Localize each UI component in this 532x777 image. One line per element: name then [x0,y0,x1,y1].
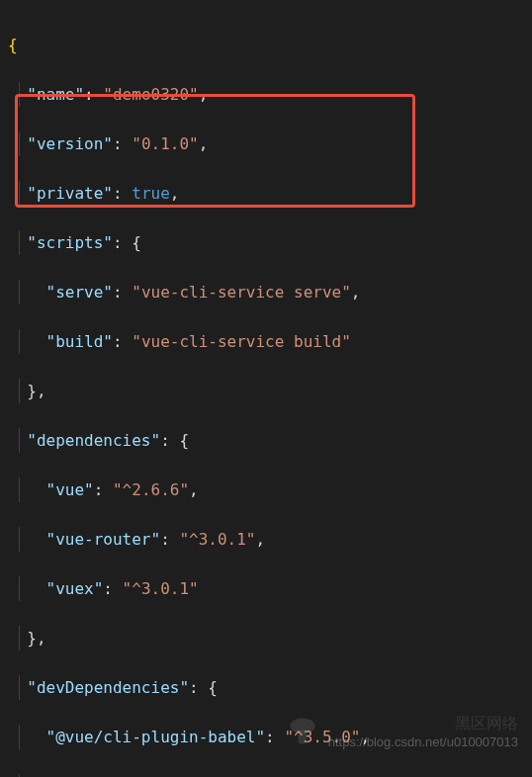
json-value: "vue-cli-service serve" [132,283,351,302]
code-line: "vue": "^2.6.6", [0,477,532,502]
code-line: "vuex": "^3.0.1" [0,576,532,601]
code-line: "version": "0.1.0", [0,131,532,156]
json-value: "vue-cli-service build" [132,332,351,351]
json-value: true [132,184,170,203]
json-value: "^3.0.1" [179,530,255,549]
json-key: "vue" [46,480,94,499]
code-line: "devDependencies": { [0,675,532,700]
json-key: "@vue/cli-plugin-babel" [46,728,266,746]
svg-rect-1 [298,730,307,743]
code-line: "private": true, [0,181,532,206]
code-editor[interactable]: { "name": "demo0320", "version": "0.1.0"… [0,8,532,777]
code-line: "name": "demo0320", [0,82,532,107]
code-line: { [0,33,532,57]
json-key: "devDependencies" [27,678,189,697]
json-key: "dependencies" [27,431,160,450]
code-line: "serve": "vue-cli-service serve", [0,280,532,304]
json-value: "0.1.0" [132,134,198,153]
mushroom-icon [285,714,320,749]
json-key: "name" [27,85,84,104]
code-line: "vue-router": "^3.0.1", [0,527,532,552]
json-key: "build" [46,332,113,351]
code-line: "build": "vue-cli-service build" [0,329,532,354]
watermark: 黑区网络 https://blog.csdn.net/u010007013 [285,714,518,749]
json-value: "demo0320" [103,85,198,104]
json-key: "vue-router" [46,530,161,549]
watermark-url: https://blog.csdn.net/u010007013 [328,734,518,749]
code-line: }, [0,626,532,650]
json-key: "private" [27,184,113,203]
watermark-title: 黑区网络 [455,714,518,734]
json-key: "serve" [46,283,113,302]
code-line: "dependencies": { [0,428,532,453]
json-key: "scripts" [27,233,113,252]
json-key: "vuex" [46,579,104,598]
json-key: "version" [27,134,113,153]
json-value: "^3.0.1" [123,579,199,598]
code-line: "scripts": { [0,230,532,255]
code-line: }, [0,379,532,403]
json-value: "^2.6.6" [113,480,189,499]
